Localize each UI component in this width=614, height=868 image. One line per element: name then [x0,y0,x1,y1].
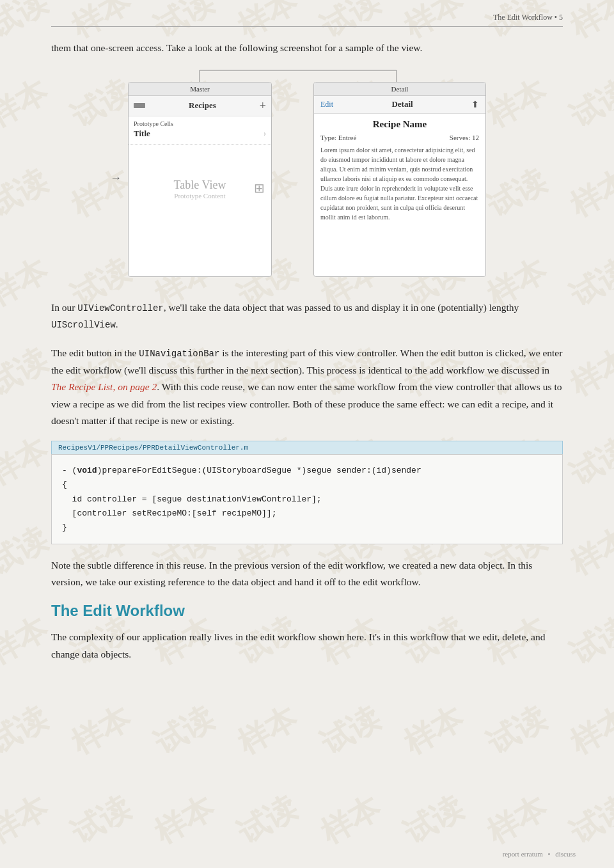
lorem-text: Lorem ipsum dolor sit amet, consectetur … [320,145,479,222]
title-row: Title › [129,127,271,145]
detail-panel: Detail Edit Detail ⬆ Recipe Name Type: E… [313,82,486,277]
prototype-content-label: Prototype Content [174,192,225,200]
prototype-cells-label: Prototype Cells [129,116,271,127]
body-paragraph-2: The edit button in the UINavigationBar i… [51,345,563,429]
code-line-3: id controller = [segue destinationViewCo… [62,494,322,504]
title-cell-label: Title [134,129,150,139]
serves-label: Serves: 12 [450,134,479,141]
diagram-container: → Master Recipes + Prototype Cells Title… [51,70,563,281]
report-erratum-link[interactable]: report erratum [503,850,543,858]
page-footer: report erratum • discuss [503,850,576,858]
intro-paragraph: them that one-screen access. Take a look… [51,40,563,56]
detail-nav-bar: Detail [314,83,485,96]
type-label: Type: Entreé [320,134,356,141]
body-paragraph-1: In our UIViewController, we'll take the … [51,299,563,334]
chapter-title: The Edit Workflow • 5 [493,13,563,22]
uiviewcontroller-code: UIViewController [77,303,163,313]
master-panel: Master Recipes + Prototype Cells Title ›… [128,82,272,277]
chevron-right-icon: › [264,129,266,138]
detail-title: Detail [391,99,413,109]
recipe-list-link[interactable]: The Recipe List, on page 2 [51,381,157,392]
code-line-5: } [62,523,67,532]
recipe-meta: Type: Entreé Serves: 12 [320,134,479,141]
diagram-wrapper: → Master Recipes + Prototype Cells Title… [128,70,486,281]
body-paragraph-3: Note the subtle difference in this reuse… [51,557,563,591]
detail-body: Recipe Name Type: Entreé Serves: 12 Lore… [314,114,485,227]
table-icon: ⊞ [254,180,265,196]
share-icon: ⬆ [471,99,479,110]
discuss-link[interactable]: discuss [555,850,576,858]
page-header: The Edit Workflow • 5 [51,13,563,27]
code-line-2: { [62,480,67,489]
code-line-1: - (void)prepareForEditSegue:(UIStoryboar… [62,466,421,475]
section-paragraph: The complexity of our application really… [51,629,563,663]
master-nav-bar: Master [129,83,271,96]
code-block: - (void)prepareForEditSegue:(UIStoryboar… [51,454,563,544]
master-recipes-title: Recipes [145,100,260,111]
plus-button-icon: + [260,99,266,113]
uiscrollview-code: UIScrollView [51,320,116,330]
uinavigationbar-code: UINavigationBar [139,349,219,359]
master-toolbar: Recipes + [129,96,271,116]
detail-toolbar: Edit Detail ⬆ [314,96,485,114]
arrow-left-icon: → [110,171,122,185]
recipe-name-heading: Recipe Name [320,119,479,130]
code-line-4: [controller setRecipeMO:[self recipeMO]]… [62,509,276,518]
page-content: The Edit Workflow • 5 them that one-scre… [0,0,614,713]
minus-button-icon [134,103,145,108]
section-heading: The Edit Workflow [51,602,563,620]
table-view-area: Table View Prototype Content ⊞ [129,145,271,234]
code-file-label: RecipesV1/PPRecipes/PPRDetailViewControl… [51,441,563,454]
edit-button: Edit [320,100,333,109]
table-view-label: Table View [174,178,226,192]
footer-separator: • [548,850,551,858]
